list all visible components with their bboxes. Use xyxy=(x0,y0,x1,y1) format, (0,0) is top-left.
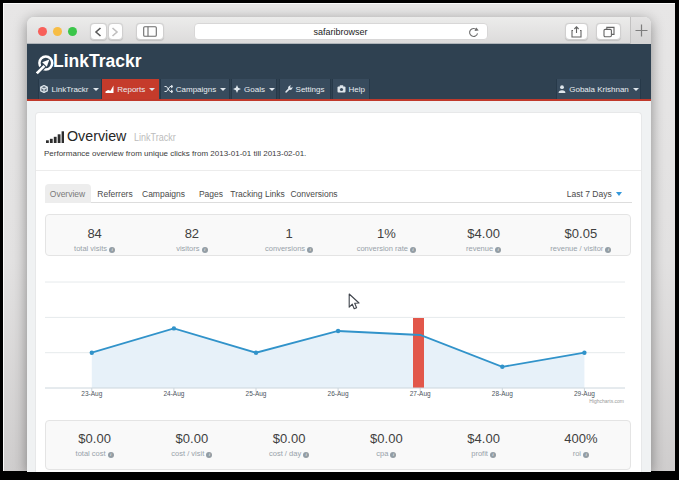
svg-text:28-Aug: 28-Aug xyxy=(492,389,513,397)
svg-text:27-Aug: 27-Aug xyxy=(410,389,431,397)
svg-text:25-Aug: 25-Aug xyxy=(246,389,267,397)
svg-text:26-Aug: 26-Aug xyxy=(328,389,349,397)
svg-text:23-Aug: 23-Aug xyxy=(81,389,102,397)
svg-text:Highcharts.com: Highcharts.com xyxy=(589,398,624,404)
svg-text:24-Aug: 24-Aug xyxy=(163,389,184,397)
svg-text:29-Aug: 29-Aug xyxy=(574,389,595,397)
